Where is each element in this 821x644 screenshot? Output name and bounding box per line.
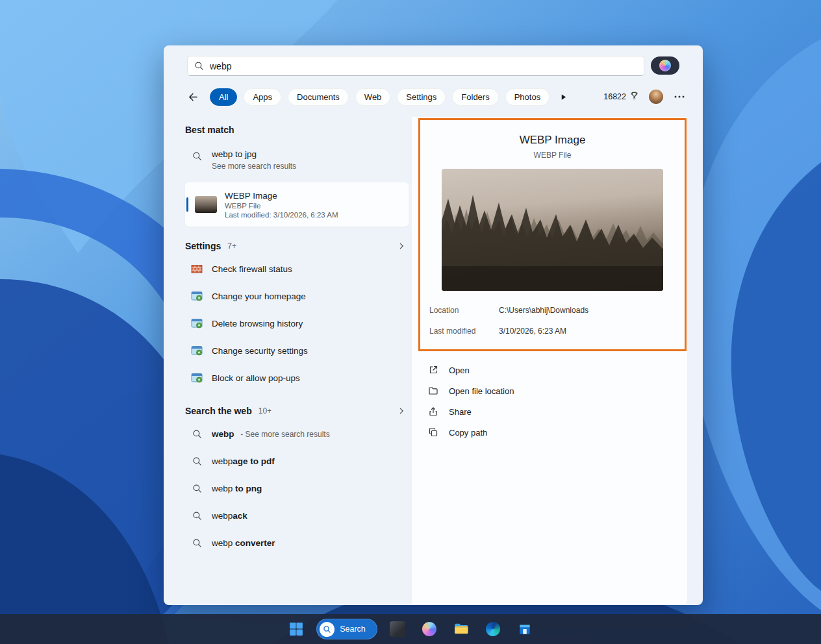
taskbar-icon-app-dark[interactable] bbox=[386, 617, 409, 641]
taskbar-icon-edge[interactable] bbox=[481, 617, 505, 641]
file-preview-panel-highlighted: WEBP Image WEBP File Location C:\Users\a… bbox=[418, 118, 687, 351]
firewall-icon bbox=[191, 263, 203, 275]
web-suggestion-term: webp bbox=[212, 429, 234, 439]
location-label: Location bbox=[429, 306, 499, 315]
file-actions-list: Open Open file location Share Copy path bbox=[421, 360, 681, 443]
user-avatar[interactable] bbox=[649, 90, 663, 104]
best-match-header: Best match bbox=[185, 125, 409, 135]
copy-icon bbox=[427, 427, 439, 438]
chevron-right-icon[interactable] bbox=[397, 242, 406, 251]
tab-web[interactable]: Web bbox=[355, 88, 391, 106]
folder-icon bbox=[427, 386, 439, 396]
results-column: Best match webp to jpg See more search r… bbox=[185, 125, 409, 556]
suggestion-title: webp to jpg bbox=[212, 149, 296, 159]
location-value: C:\Users\abhij\Downloads bbox=[499, 306, 588, 315]
web-suggestion-webpack[interactable]: webpack bbox=[185, 502, 409, 529]
tab-documents[interactable]: Documents bbox=[288, 88, 349, 106]
chevron-right-icon[interactable] bbox=[397, 406, 406, 415]
settings-section-header[interactable]: Settings 7+ bbox=[185, 241, 409, 251]
settings-item-label: Change your homepage bbox=[212, 291, 306, 301]
settings-item-label: Delete browsing history bbox=[212, 319, 303, 328]
more-options-button[interactable] bbox=[673, 93, 686, 101]
taskbar-icon-copilot[interactable] bbox=[418, 617, 441, 641]
best-match-modified: Last modified: 3/10/2026, 6:23 AM bbox=[225, 211, 338, 219]
last-modified-label: Last modified bbox=[429, 327, 499, 336]
open-file-location-action[interactable]: Open file location bbox=[421, 380, 681, 401]
copilot-icon bbox=[659, 60, 671, 71]
search-icon bbox=[320, 622, 335, 637]
web-suggestion-suffix: ack bbox=[233, 511, 247, 521]
search-icon bbox=[191, 151, 203, 171]
copy-path-action[interactable]: Copy path bbox=[421, 422, 681, 443]
browser-settings-icon bbox=[191, 317, 203, 329]
search-icon bbox=[194, 61, 204, 71]
best-match-title: WEBP Image bbox=[225, 191, 338, 201]
back-button[interactable] bbox=[185, 89, 201, 105]
preview-column: WEBP Image WEBP File Location C:\Users\a… bbox=[412, 117, 687, 605]
file-thumbnail bbox=[195, 196, 217, 213]
taskbar-search-button[interactable]: Search bbox=[316, 619, 377, 639]
web-suggestion-webp-to-png[interactable]: webp to png bbox=[185, 475, 409, 502]
web-suggestion-webp-converter[interactable]: webp converter bbox=[185, 529, 409, 556]
web-suggestion-prefix: webp bbox=[212, 484, 233, 493]
web-suggestion-suffix: converter bbox=[233, 538, 275, 548]
open-file-location-label: Open file location bbox=[449, 386, 514, 396]
web-suggestion-suffix: age to pdf bbox=[233, 456, 275, 466]
taskbar-icon-file-explorer[interactable] bbox=[449, 617, 473, 641]
settings-item-label: Check firewall status bbox=[212, 264, 292, 274]
search-input[interactable] bbox=[210, 61, 637, 71]
best-match-result-webp-image[interactable]: WEBP Image WEBP File Last modified: 3/10… bbox=[185, 182, 409, 227]
open-action-label: Open bbox=[449, 365, 470, 375]
search-flyout-panel: All Apps Documents Web Settings Folders … bbox=[164, 45, 703, 605]
taskbar-search-label: Search bbox=[340, 625, 366, 634]
web-suggestion-webpage-to-pdf[interactable]: webpage to pdf bbox=[185, 447, 409, 475]
web-suggestion-suffix: to png bbox=[233, 484, 262, 493]
rewards-trophy-icon bbox=[629, 91, 639, 103]
settings-item-homepage[interactable]: Change your homepage bbox=[185, 282, 409, 310]
search-icon bbox=[191, 511, 203, 521]
search-icon bbox=[191, 484, 203, 493]
web-suggestion-webp[interactable]: webp - See more search results bbox=[185, 420, 409, 447]
share-action-label: Share bbox=[449, 407, 472, 417]
tab-folders[interactable]: Folders bbox=[452, 88, 498, 106]
open-action[interactable]: Open bbox=[421, 360, 681, 380]
copilot-button[interactable] bbox=[651, 56, 679, 75]
last-modified-value: 3/10/2026, 6:23 AM bbox=[499, 327, 566, 336]
search-icon bbox=[191, 456, 203, 466]
rewards-count: 16822 bbox=[603, 92, 626, 101]
settings-item-browsing-history[interactable]: Delete browsing history bbox=[185, 310, 409, 337]
settings-item-label: Change security settings bbox=[212, 346, 308, 356]
web-suggestion-prefix: webp bbox=[212, 456, 233, 466]
share-action[interactable]: Share bbox=[421, 401, 681, 422]
browser-settings-icon bbox=[191, 290, 203, 302]
tab-all[interactable]: All bbox=[210, 88, 237, 106]
web-suggestion-prefix: webp bbox=[212, 511, 233, 521]
settings-item-security[interactable]: Change security settings bbox=[185, 337, 409, 364]
image-preview-foggy-forest bbox=[442, 169, 663, 291]
web-suggestion-prefix: webp bbox=[212, 538, 233, 548]
search-input-box[interactable] bbox=[187, 56, 644, 76]
best-match-type: WEBP File bbox=[225, 202, 338, 210]
copy-path-action-label: Copy path bbox=[449, 428, 487, 438]
header-right-group: 16822 bbox=[603, 90, 686, 104]
tab-photos[interactable]: Photos bbox=[505, 88, 549, 106]
web-suggestion-note: - See more search results bbox=[240, 430, 329, 439]
taskbar-icon-store[interactable] bbox=[513, 617, 537, 641]
rewards-counter[interactable]: 16822 bbox=[603, 91, 639, 103]
preview-metadata: Location C:\Users\abhij\Downloads Last m… bbox=[420, 306, 685, 347]
search-web-section-title: Search the web bbox=[185, 406, 252, 416]
more-filters-button[interactable] bbox=[560, 93, 567, 101]
start-button[interactable] bbox=[284, 617, 308, 641]
search-icon bbox=[191, 429, 203, 439]
search-web-section-header[interactable]: Search the web 10+ bbox=[185, 406, 409, 416]
settings-item-firewall[interactable]: Check firewall status bbox=[185, 255, 409, 282]
preview-file-type: WEBP File bbox=[420, 151, 685, 160]
preview-title: WEBP Image bbox=[420, 134, 685, 147]
tab-settings[interactable]: Settings bbox=[397, 88, 446, 106]
browser-settings-icon bbox=[191, 345, 203, 356]
settings-item-popups[interactable]: Block or allow pop-ups bbox=[185, 364, 409, 391]
tab-apps[interactable]: Apps bbox=[244, 88, 281, 106]
search-suggestion-webp-to-jpg[interactable]: webp to jpg See more search results bbox=[185, 148, 409, 172]
search-icon bbox=[191, 538, 203, 548]
settings-item-label: Block or allow pop-ups bbox=[212, 373, 300, 383]
